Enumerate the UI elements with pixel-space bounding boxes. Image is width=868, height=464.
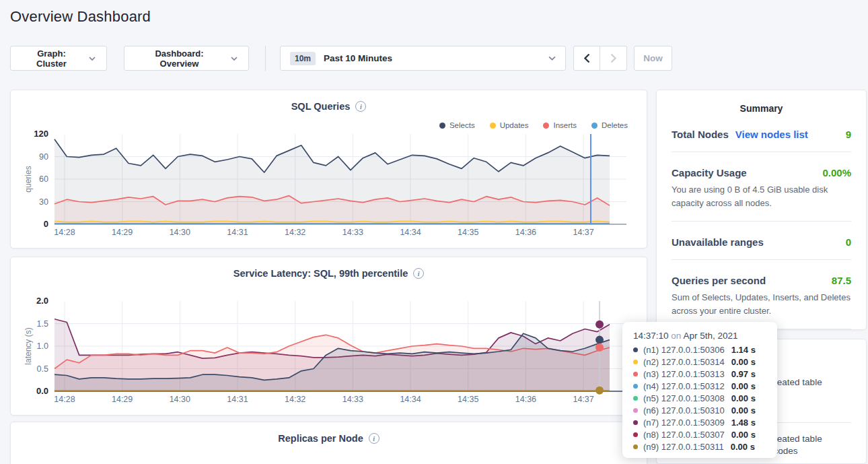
total-nodes-value: 9 bbox=[846, 129, 851, 140]
node-latency-value: 0.00 s bbox=[731, 357, 756, 367]
node-color-dot bbox=[633, 432, 638, 437]
unavailable-ranges-value: 0 bbox=[846, 236, 851, 248]
dashboard-dropdown-label: Dashboard: Overview bbox=[135, 48, 223, 69]
capacity-usage-label: Capacity Usage bbox=[672, 167, 747, 178]
sql-queries-chart[interactable]: 14:2814:2914:3014:3114:3214:3314:3414:35… bbox=[11, 131, 647, 242]
svg-text:14:34: 14:34 bbox=[400, 395, 421, 404]
svg-text:2.0: 2.0 bbox=[36, 298, 48, 306]
chevron-right-icon bbox=[610, 53, 616, 63]
svg-text:14:28: 14:28 bbox=[54, 395, 75, 404]
replicas-chart-title: Replicas per Node bbox=[278, 433, 363, 444]
tooltip-row: (n9) 127.0.0.1:503110.00 s bbox=[633, 440, 768, 453]
tooltip-row: (n5) 127.0.0.1:503080.00 s bbox=[633, 392, 768, 404]
chart-hover-tooltip: 14:37:10 on Apr 5th, 2021 (n1) 127.0.0.1… bbox=[622, 322, 777, 458]
tooltip-on: on bbox=[671, 331, 681, 341]
node-address: (n3) 127.0.0.1:50313 bbox=[643, 369, 725, 379]
svg-text:0: 0 bbox=[44, 219, 48, 229]
node-color-dot bbox=[633, 384, 638, 389]
tooltip-timestamp: 14:37:10 on Apr 5th, 2021 bbox=[633, 331, 768, 341]
tooltip-row: (n7) 127.0.0.1:503091.48 s bbox=[633, 416, 768, 428]
time-range-badge: 10m bbox=[290, 52, 316, 65]
chevron-down-icon bbox=[231, 57, 238, 61]
tooltip-node-rows: (n1) 127.0.0.1:503061.14 s(n2) 127.0.0.1… bbox=[633, 343, 768, 453]
view-nodes-list-link[interactable]: View nodes list bbox=[735, 129, 808, 140]
total-nodes-label: Total Nodes bbox=[672, 129, 729, 140]
unavailable-ranges-label: Unavailable ranges bbox=[672, 236, 764, 248]
time-next-button[interactable] bbox=[600, 46, 627, 71]
svg-text:1.5: 1.5 bbox=[37, 319, 48, 329]
node-latency-value: 0.97 s bbox=[731, 369, 756, 379]
node-color-dot bbox=[633, 408, 638, 413]
legend-dot bbox=[490, 123, 496, 129]
time-prev-button[interactable] bbox=[573, 46, 600, 71]
info-icon[interactable]: i bbox=[413, 268, 424, 279]
svg-text:14:30: 14:30 bbox=[170, 228, 190, 237]
summary-row-total-nodes: Total Nodes View nodes list 9 bbox=[672, 129, 851, 140]
node-color-dot bbox=[633, 444, 638, 449]
svg-text:14:28: 14:28 bbox=[54, 228, 75, 237]
service-latency-chart[interactable]: 14:2814:2914:3014:3114:3214:3314:3414:35… bbox=[11, 298, 647, 409]
tooltip-row: (n1) 127.0.0.1:503061.14 s bbox=[633, 343, 768, 356]
svg-text:90: 90 bbox=[39, 152, 48, 162]
time-step-buttons bbox=[573, 46, 627, 71]
time-range-label: Past 10 Minutes bbox=[324, 53, 392, 63]
now-button[interactable]: Now bbox=[634, 46, 672, 71]
node-color-dot bbox=[633, 396, 638, 401]
info-icon[interactable]: i bbox=[369, 433, 379, 444]
node-latency-value: 0.00 s bbox=[731, 442, 755, 452]
node-color-dot bbox=[633, 372, 638, 376]
capacity-usage-description: You are using 0 B of 4.5 GiB usable disk… bbox=[672, 183, 851, 209]
svg-text:14:31: 14:31 bbox=[227, 228, 248, 237]
summary-row-qps: Queries per second 87.5 bbox=[672, 275, 851, 286]
service-latency-chart-card: Service Latency: SQL, 99th percentile i … bbox=[10, 257, 647, 416]
time-range-selector[interactable]: 10m Past 10 Minutes bbox=[280, 46, 566, 71]
svg-text:queries: queries bbox=[24, 166, 33, 192]
svg-text:14:30: 14:30 bbox=[170, 395, 190, 404]
summary-panel: Summary Total Nodes View nodes list 9 Ca… bbox=[656, 90, 867, 330]
queries-per-second-value: 87.5 bbox=[832, 275, 851, 286]
legend-item-inserts[interactable]: Inserts bbox=[543, 121, 577, 129]
chevron-down-icon bbox=[548, 56, 556, 61]
queries-per-second-label: Queries per second bbox=[672, 275, 766, 286]
svg-text:latency (s): latency (s) bbox=[24, 327, 33, 364]
legend-item-deletes[interactable]: Deletes bbox=[591, 121, 628, 129]
node-latency-value: 0.00 s bbox=[731, 430, 756, 440]
legend-item-selects[interactable]: Selects bbox=[439, 121, 475, 129]
summary-divider bbox=[672, 221, 851, 222]
node-color-dot bbox=[633, 360, 638, 364]
controls-divider bbox=[265, 46, 266, 71]
legend-label: Inserts bbox=[553, 121, 577, 129]
tooltip-row: (n2) 127.0.0.1:503140.00 s bbox=[633, 356, 768, 368]
node-latency-value: 0.00 s bbox=[731, 381, 756, 391]
svg-text:14:36: 14:36 bbox=[515, 228, 536, 237]
node-address: (n1) 127.0.0.1:50306 bbox=[643, 345, 725, 355]
dashboard-controls: Graph: Cluster Dashboard: Overview 10m P… bbox=[10, 46, 672, 71]
legend-label: Deletes bbox=[602, 121, 628, 129]
legend-label: Selects bbox=[449, 121, 475, 129]
svg-text:14:29: 14:29 bbox=[112, 395, 133, 404]
tooltip-row: (n8) 127.0.0.1:503070.00 s bbox=[633, 428, 768, 440]
dashboard-dropdown[interactable]: Dashboard: Overview bbox=[124, 46, 249, 71]
replicas-per-node-chart-card: Replicas per Node i bbox=[10, 422, 647, 464]
chevron-down-icon bbox=[89, 57, 96, 61]
svg-text:0.0: 0.0 bbox=[36, 386, 48, 396]
svg-text:14:32: 14:32 bbox=[285, 395, 305, 404]
legend-dot bbox=[439, 123, 445, 129]
node-address: (n6) 127.0.0.1:50310 bbox=[643, 405, 725, 416]
legend-item-updates[interactable]: Updates bbox=[490, 121, 529, 129]
graph-dropdown[interactable]: Graph: Cluster bbox=[10, 46, 107, 71]
svg-text:60: 60 bbox=[39, 174, 48, 184]
legend-dot bbox=[591, 123, 598, 129]
svg-text:14:37: 14:37 bbox=[573, 228, 593, 237]
svg-text:14:34: 14:34 bbox=[400, 228, 421, 237]
tooltip-time: 14:37:10 bbox=[633, 331, 669, 341]
node-latency-value: 1.48 s bbox=[731, 418, 756, 428]
info-icon[interactable]: i bbox=[355, 101, 366, 112]
summary-row-capacity: Capacity Usage 0.00% bbox=[672, 167, 851, 178]
node-address: (n2) 127.0.0.1:50314 bbox=[643, 357, 725, 367]
legend-label: Updates bbox=[500, 121, 529, 129]
svg-text:14:29: 14:29 bbox=[112, 228, 133, 237]
svg-text:14:32: 14:32 bbox=[285, 228, 305, 237]
node-latency-value: 0.00 s bbox=[731, 405, 756, 416]
node-latency-value: 1.14 s bbox=[731, 345, 756, 355]
